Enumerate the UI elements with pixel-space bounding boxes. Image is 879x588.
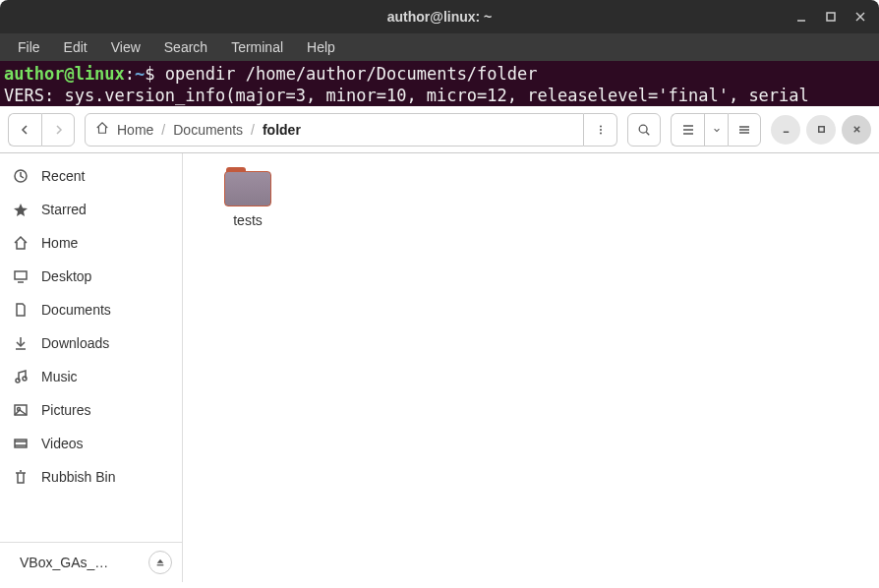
menu-edit[interactable]: Edit xyxy=(54,37,97,57)
menu-file[interactable]: File xyxy=(8,37,50,57)
files-window: Home / Documents / folder Recent xyxy=(0,106,879,582)
music-icon xyxy=(12,368,29,385)
path-actions-button[interactable] xyxy=(584,113,617,147)
videos-icon xyxy=(12,435,29,452)
svg-rect-29 xyxy=(15,440,27,447)
svg-rect-21 xyxy=(15,271,27,279)
sidebar-item-label: Pictures xyxy=(41,402,91,418)
documents-icon xyxy=(12,301,29,319)
sidebar-item-label: Videos xyxy=(41,436,84,451)
svg-marker-20 xyxy=(14,204,28,216)
svg-rect-1 xyxy=(827,13,835,21)
svg-point-7 xyxy=(639,125,647,133)
svg-point-25 xyxy=(16,379,20,382)
svg-point-4 xyxy=(600,125,602,127)
search-button[interactable] xyxy=(627,113,661,147)
view-list-dropdown[interactable] xyxy=(704,113,728,147)
svg-marker-35 xyxy=(157,559,164,563)
menu-search[interactable]: Search xyxy=(154,37,217,57)
terminal-minimize-button[interactable] xyxy=(789,4,814,29)
downloads-icon xyxy=(12,334,29,352)
file-item-label: tests xyxy=(233,212,263,228)
folder-icon xyxy=(224,167,271,206)
menu-terminal[interactable]: Terminal xyxy=(221,37,293,57)
eject-button[interactable] xyxy=(148,551,172,574)
sidebar-item-recent[interactable]: Recent xyxy=(0,159,182,193)
terminal-command: opendir /home/author/Documents/folder xyxy=(165,64,538,84)
sidebar-item-label: Documents xyxy=(41,302,111,318)
svg-rect-36 xyxy=(157,564,164,565)
sidebar-item-pictures[interactable]: Pictures xyxy=(0,393,182,427)
sidebar-item-label: VBox_GAs_7.… xyxy=(20,555,116,570)
sidebar-item-music[interactable]: Music xyxy=(0,360,182,393)
sidebar-item-label: Desktop xyxy=(41,268,91,284)
breadcrumb-documents[interactable]: Documents xyxy=(173,122,243,138)
nav-forward-button[interactable] xyxy=(41,113,75,147)
sidebar-item-videos[interactable]: Videos xyxy=(0,427,182,460)
terminal-title: author@linux: ~ xyxy=(0,9,879,25)
sidebar-item-downloads[interactable]: Downloads xyxy=(0,326,182,360)
desktop-icon xyxy=(12,267,29,285)
sidebar-item-trash[interactable]: Rubbish Bin xyxy=(0,460,182,494)
sidebar-item-documents[interactable]: Documents xyxy=(0,293,182,326)
clock-icon xyxy=(12,167,29,185)
pictures-icon xyxy=(12,401,29,419)
breadcrumb-folder[interactable]: folder xyxy=(263,122,301,138)
sidebar-item-home[interactable]: Home xyxy=(0,226,182,260)
breadcrumb[interactable]: Home / Documents / folder xyxy=(85,113,584,147)
menu-help[interactable]: Help xyxy=(297,37,345,57)
hamburger-menu-button[interactable] xyxy=(728,113,761,147)
home-icon xyxy=(95,121,109,138)
sidebar-item-label: Downloads xyxy=(41,335,109,351)
sidebar-item-label: Recent xyxy=(41,168,85,184)
terminal-menubar: File Edit View Search Terminal Help xyxy=(0,33,879,61)
sidebar-item-mount[interactable]: VBox_GAs_7.… xyxy=(0,543,182,582)
sidebar-item-label: Starred xyxy=(41,202,87,217)
terminal-body[interactable]: author@linux:~$ opendir /home/author/Doc… xyxy=(0,61,879,106)
files-close-button[interactable] xyxy=(842,115,871,145)
files-headerbar: Home / Documents / folder xyxy=(0,106,879,153)
sidebar-item-starred[interactable]: Starred xyxy=(0,193,182,226)
home-icon xyxy=(12,234,29,252)
breadcrumb-sep: / xyxy=(161,122,165,138)
terminal-titlebar: author@linux: ~ xyxy=(0,0,879,33)
prompt-path: ~ xyxy=(135,64,145,84)
sidebar-item-label: Music xyxy=(41,369,78,384)
svg-point-5 xyxy=(600,129,602,131)
nav-back-button[interactable] xyxy=(8,113,41,147)
terminal-output-line: VERS: sys.version_info(major=3, minor=10… xyxy=(4,86,809,105)
svg-line-8 xyxy=(646,132,649,135)
folder-item[interactable]: tests xyxy=(201,167,295,228)
svg-point-26 xyxy=(23,377,27,381)
sidebar-item-label: Home xyxy=(41,235,78,251)
sidebar-item-label: Rubbish Bin xyxy=(41,469,116,485)
star-icon xyxy=(12,201,29,218)
svg-point-6 xyxy=(600,132,602,134)
files-area[interactable]: tests xyxy=(183,153,879,582)
files-maximize-button[interactable] xyxy=(806,115,836,145)
sidebar-item-desktop[interactable]: Desktop xyxy=(0,260,182,293)
prompt-userhost: author@linux xyxy=(4,64,125,84)
prompt-dollar: $ xyxy=(145,64,154,84)
svg-rect-16 xyxy=(818,127,824,133)
terminal-close-button[interactable] xyxy=(848,4,873,29)
view-list-button[interactable] xyxy=(671,113,704,147)
prompt-sep: : xyxy=(125,64,135,84)
terminal-maximize-button[interactable] xyxy=(818,4,844,29)
menu-view[interactable]: View xyxy=(101,37,150,57)
breadcrumb-sep: / xyxy=(251,122,255,138)
files-minimize-button[interactable] xyxy=(771,115,800,145)
trash-icon xyxy=(12,468,29,486)
breadcrumb-home[interactable]: Home xyxy=(117,122,153,138)
files-sidebar: Recent Starred Home Desktop Documents Do… xyxy=(0,153,183,582)
